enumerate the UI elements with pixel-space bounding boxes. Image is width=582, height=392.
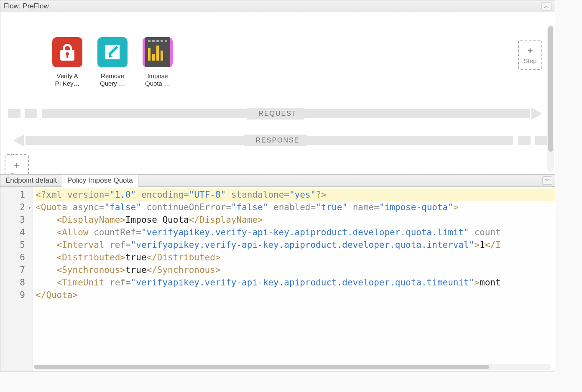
- flow-dash: [8, 109, 37, 118]
- step-label: Impose: [147, 72, 168, 80]
- flow-canvas[interactable]: Verify A PI Key… Remove Query …: [0, 12, 555, 174]
- canvas-scrollbar[interactable]: [547, 25, 554, 172]
- add-step-label: Step: [524, 57, 537, 64]
- quota-icon: [145, 37, 170, 67]
- editor-h-scrollbar[interactable]: [34, 364, 551, 370]
- chevron-up-icon: ︽: [544, 3, 549, 10]
- panel-title: Flow: PreFlow: [4, 2, 49, 10]
- add-step-request[interactable]: + Step: [518, 40, 542, 70]
- selected-step: [143, 37, 173, 67]
- step-label: Verify A: [57, 72, 78, 80]
- code-editor[interactable]: 1 2 3 4 5 6 7 8 9 ▾ <?xml version="1.0" …: [0, 187, 555, 372]
- step-verify-api-key[interactable]: Verify A PI Key…: [51, 37, 84, 87]
- fold-icon[interactable]: ▾: [28, 202, 31, 214]
- line-gutter: 1 2 3 4 5 6 7 8 9 ▾: [0, 187, 33, 372]
- step-label: Quota …: [145, 80, 170, 87]
- step-remove-query[interactable]: Remove Query …: [96, 37, 129, 87]
- flow-panel: Flow: PreFlow ︽ Verify A PI Key… Remove …: [0, 0, 555, 372]
- tab-policy-impose-quota[interactable]: Policy Impose Quota: [62, 175, 138, 187]
- step-label: PI Key…: [55, 80, 79, 87]
- scroll-thumb[interactable]: [548, 26, 553, 152]
- plus-icon: +: [528, 46, 533, 56]
- tab-endpoint-default[interactable]: Endpoint default: [0, 175, 62, 186]
- plus-icon: +: [14, 160, 20, 171]
- code-content[interactable]: <?xml version="1.0" encoding="UTF-8" sta…: [33, 187, 555, 372]
- policy-steps: Verify A PI Key… Remove Query …: [51, 37, 174, 87]
- request-label: REQUEST: [246, 108, 309, 120]
- scroll-thumb[interactable]: [34, 365, 489, 369]
- chevron-down-icon: ︾: [545, 177, 550, 184]
- arrow-right-icon: [531, 108, 542, 120]
- flow-dash: [518, 136, 547, 145]
- response-label: RESPONSE: [243, 135, 312, 146]
- add-step-label: Step: [10, 172, 23, 175]
- expand-toggle[interactable]: ︾: [542, 176, 552, 185]
- panel-header: Flow: PreFlow ︽: [0, 0, 555, 12]
- step-label: Remove: [101, 72, 124, 80]
- step-label: Query …: [100, 80, 125, 87]
- lock-icon: [52, 37, 82, 67]
- collapse-toggle[interactable]: ︽: [541, 2, 551, 10]
- pencil-icon: [97, 37, 128, 67]
- arrow-left-icon: [13, 135, 24, 146]
- add-step-response[interactable]: + Step: [5, 154, 29, 174]
- editor-tabs: Endpoint default Policy Impose Quota ︾: [0, 174, 555, 187]
- step-impose-quota[interactable]: Impose Quota …: [141, 37, 174, 87]
